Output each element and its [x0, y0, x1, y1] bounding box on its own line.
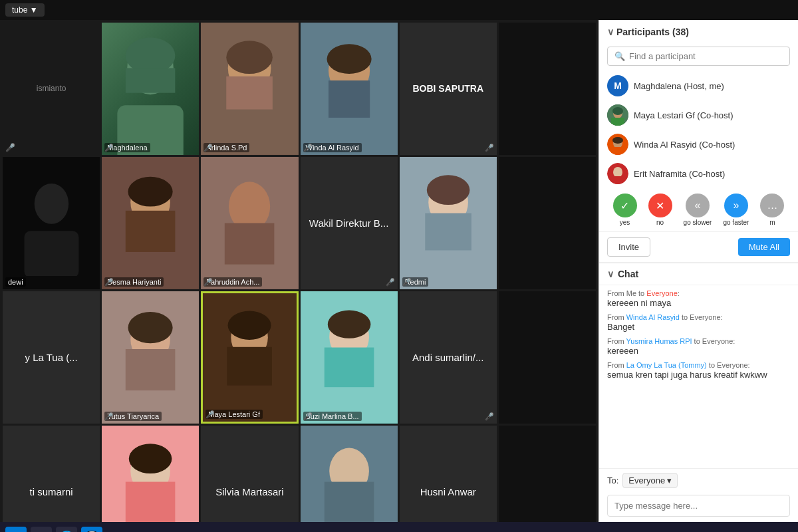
browser-icon: 🌐 — [59, 530, 74, 533]
chat-prefix-3: From — [607, 337, 626, 345]
main-container: ismianto 🎤 Maghdalena 🎤 — [0, 20, 798, 522]
video-cell-2[interactable]: Maghdalena 🎤 — [102, 23, 199, 155]
svg-rect-52 — [611, 147, 624, 155]
avatar-1: M — [607, 75, 628, 96]
mute-icon-3: 🎤 — [203, 144, 213, 152]
video-cell-22[interactable]: bang joe 🎤 — [301, 426, 398, 532]
mute-icon-1: 🎤 — [5, 143, 15, 152]
participant-name-3: Winda Al Rasyid (Co-host) — [634, 140, 790, 150]
more-circle: … — [760, 194, 784, 217]
participants-header: ∨ Participants (38) — [599, 20, 798, 44]
svg-point-28 — [128, 312, 173, 343]
yes-label: yes — [620, 219, 630, 226]
svg-rect-33 — [227, 347, 273, 386]
reaction-faster[interactable]: » go faster — [723, 194, 749, 226]
video-cell-6 — [499, 23, 596, 155]
chat-messages: From Me to Everyone: kereeen ni maya Fro… — [599, 285, 798, 468]
reaction-more[interactable]: … m — [760, 194, 784, 226]
svg-point-13 — [34, 184, 68, 224]
search-box[interactable]: 🔍 — [607, 47, 790, 66]
video-cell-10[interactable]: Wakil Direktur B... 🎤 — [301, 157, 398, 289]
chat-message-2: From Winda Al Rasyid to Everyone: Banget — [607, 313, 790, 332]
video-cell-20[interactable]: Erit Naframita 🎤 — [102, 426, 199, 532]
participant-name-2: Maya Lestari Gf (Co-host) — [634, 110, 790, 120]
video-cell-15[interactable]: Maya Lestari Gf 🎤 — [201, 291, 298, 424]
participant-item-1: M Maghdalena (Host, me) — [599, 71, 798, 100]
video-cell-12 — [499, 157, 596, 289]
chat-sender-2: Winda Al Rasyid — [626, 313, 680, 321]
mute-icon-2: 🎤 — [104, 144, 114, 152]
taskbar-files[interactable]: 📁 — [31, 527, 52, 533]
svg-point-24 — [426, 175, 469, 205]
chat-colon-1: : — [678, 289, 680, 297]
reaction-no[interactable]: ✕ no — [648, 194, 672, 226]
chat-text-4: semua kren tapi juga harus kreatif kwkww — [607, 370, 790, 380]
invite-button[interactable]: Invite — [607, 237, 650, 257]
mute-all-button[interactable]: Mute All — [738, 238, 790, 256]
video-cell-11[interactable]: Redmi 🎤 — [400, 157, 497, 289]
video-cell-9[interactable]: Fahruddin Ach... 🎤 — [201, 157, 298, 289]
chat-chevron-icon: ∨ — [607, 269, 614, 279]
video-feed-2 — [102, 23, 199, 155]
taskbar-left: ⊞ 📁 🌐 💬 — [5, 527, 102, 533]
video-cell-16[interactable]: Suzi Marlina B... 🎤 — [301, 291, 398, 424]
svg-point-54 — [613, 167, 622, 178]
video-cell-1[interactable]: ismianto 🎤 — [3, 23, 100, 155]
taskbar: ⊞ 📁 🌐 💬 🌐 🔊 🔋 12:00 — [0, 522, 798, 532]
chat-input[interactable] — [614, 501, 783, 511]
participant-item-4: Erit Naframita (Co-host) — [599, 159, 798, 188]
chat-message-4: From La Omy La Tua (Tommy) to Everyone: … — [607, 361, 790, 380]
cell-name-10: Wakil Direktur B... — [307, 215, 391, 231]
cell-name-19: ti sumarni — [27, 483, 76, 500]
chat-to-4: to Everyone: — [707, 361, 750, 369]
chat-icon: 💬 — [84, 530, 99, 533]
reaction-slower[interactable]: « go slower — [684, 194, 712, 226]
video-cell-4[interactable]: Winda Al Rasyid 🎤 — [301, 23, 398, 155]
mute-icon-14: 🎤 — [104, 412, 114, 421]
video-cell-14[interactable]: Tutus Tiaryarica 🎤 — [102, 291, 199, 424]
chat-to-label: To: — [607, 475, 618, 485]
video-cell-17[interactable]: Andi sumarlin/... 🎤 — [400, 291, 497, 424]
video-feed-4 — [301, 23, 398, 155]
chat-from-4: From La Omy La Tua (Tommy) to Everyone: — [607, 361, 790, 369]
search-input[interactable] — [629, 51, 783, 61]
svg-point-11 — [327, 44, 371, 74]
cell-name-5: BOBI SAPUTRA — [410, 80, 486, 96]
taskbar-chat[interactable]: 💬 — [81, 527, 102, 533]
chat-from-2: From Winda Al Rasyid to Everyone: — [607, 313, 790, 321]
participants-title: Participants (38) — [616, 27, 790, 37]
video-cell-23[interactable]: Husni Anwar — [400, 426, 497, 532]
cell-name-21: Silvia Martasari — [213, 483, 287, 500]
cell-name-1: ismianto — [34, 81, 69, 96]
taskbar-browser[interactable]: 🌐 — [56, 527, 77, 533]
chat-to-dropdown[interactable]: Everyone ▾ — [622, 473, 678, 488]
chat-prefix-2: From — [607, 313, 626, 321]
video-cell-8[interactable]: Desma Hariyanti 🎤 — [102, 157, 199, 289]
svg-rect-48 — [611, 118, 624, 126]
mute-icon-11: 🎤 — [402, 278, 412, 287]
mute-icon-9: 🎤 — [203, 278, 213, 287]
mute-icon-17: 🎤 — [485, 412, 494, 421]
video-cell-19[interactable]: ti sumarni — [3, 426, 100, 532]
start-button[interactable]: ⊞ — [5, 527, 27, 533]
participant-item-2: Maya Lestari Gf (Co-host) — [599, 100, 798, 130]
chat-sender-3: Yusmira Humas RPI — [626, 337, 692, 345]
video-cell-21[interactable]: Silvia Martasari 🎤 — [201, 426, 298, 532]
app-switcher[interactable]: tube ▼ — [5, 3, 45, 17]
svg-point-32 — [228, 311, 271, 339]
video-cell-13[interactable]: y La Tua (... — [3, 291, 100, 424]
video-feed-9 — [201, 157, 298, 289]
video-feed-11 — [400, 157, 497, 289]
video-cell-3[interactable]: Arlinda S.Pd 🎤 — [201, 23, 298, 155]
video-cell-5[interactable]: BOBI SAPUTRA 🎤 — [400, 23, 497, 155]
svg-point-40 — [129, 444, 172, 473]
mute-icon-5: 🎤 — [485, 144, 494, 152]
reaction-yes[interactable]: ✓ yes — [613, 194, 637, 226]
avatar-3 — [607, 134, 628, 155]
video-cell-7[interactable]: dewi — [3, 157, 100, 289]
chevron-down-icon: ▾ — [667, 475, 672, 485]
svg-rect-12 — [329, 80, 370, 118]
svg-rect-21 — [225, 223, 275, 264]
svg-rect-25 — [425, 213, 471, 250]
chevron-icon: ∨ — [607, 27, 614, 37]
